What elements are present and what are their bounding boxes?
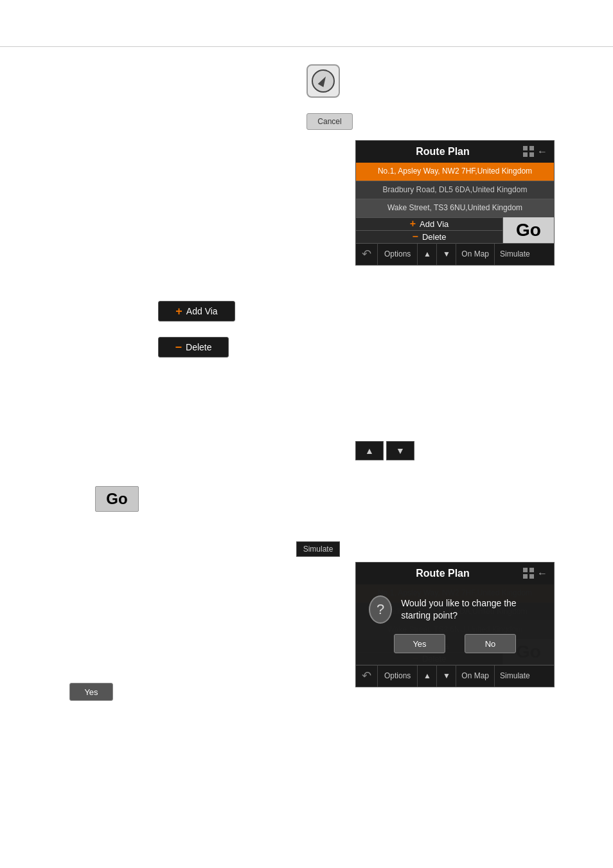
standalone-delete-button[interactable]: − Delete: [158, 337, 229, 357]
route-buttons-left: + Add Via − Delete: [356, 217, 502, 243]
dialog-yes-label: Yes: [413, 639, 426, 649]
route-panel-header: Route Plan ←: [356, 141, 554, 163]
route-panel-1: Route Plan ← No.1, Apsley Way, NW2 7HF,U…: [355, 140, 555, 266]
go-label: Go: [516, 220, 541, 240]
route-item-1[interactable]: Bradbury Road, DL5 6DA,United Kingdom: [356, 181, 554, 199]
nav-logo: [306, 64, 340, 98]
add-via-label: Add Via: [420, 219, 449, 229]
delete-label: Delete: [422, 232, 447, 242]
standalone-add-via-button[interactable]: + Add Via: [158, 301, 235, 321]
dialog-yes-button[interactable]: Yes: [394, 634, 445, 653]
dialog-text: Would you like to change the starting po…: [401, 597, 541, 622]
add-via-plus-icon: +: [410, 218, 416, 230]
standalone-yes-label: Yes: [84, 687, 98, 697]
toolbar-onmap-button[interactable]: On Map: [456, 244, 495, 265]
route-item-2-address: Wake Street, TS3 6NU,United Kingdom: [387, 203, 522, 212]
toolbar-simulate-button[interactable]: Simulate: [495, 244, 535, 265]
toolbar-2-options-label: Options: [384, 671, 411, 680]
toolbar-arrow-up-button[interactable]: ▲: [418, 243, 437, 265]
nav-logo-inner: [312, 69, 335, 93]
toolbar-options-button[interactable]: Options: [378, 244, 418, 265]
standalone-plus-icon: +: [175, 305, 182, 318]
toolbar-arrow-down-button[interactable]: ▼: [437, 243, 456, 265]
delete-minus-icon: −: [413, 231, 418, 242]
toolbar-2-onmap-button[interactable]: On Map: [456, 665, 495, 687]
standalone-add-via-label: Add Via: [186, 306, 218, 316]
go-button[interactable]: Go: [502, 217, 554, 243]
toolbar-simulate-label: Simulate: [500, 249, 530, 258]
add-via-button[interactable]: + Add Via: [356, 217, 502, 230]
toolbar-2-options-button[interactable]: Options: [378, 665, 418, 687]
dialog-question-icon: ?: [369, 595, 392, 624]
toolbar-2-arrow-down-button[interactable]: ▼: [437, 665, 456, 687]
toolbar-2-simulate-label: Simulate: [500, 671, 530, 680]
standalone-go-button[interactable]: Go: [95, 486, 139, 512]
standalone-simulate-label: Simulate: [303, 545, 333, 554]
toolbar-2-back-button[interactable]: ↶: [356, 665, 378, 687]
route-panel-2-header: Route Plan ←: [356, 563, 554, 584]
standalone-delete-label: Delete: [186, 342, 211, 352]
route-item-2[interactable]: Wake Street, TS3 6NU,United Kingdom: [356, 199, 554, 217]
toolbar-onmap-label: On Map: [461, 249, 489, 258]
standalone-arrow-up-button[interactable]: ▲: [355, 441, 384, 460]
route-panel-2-toolbar: ↶ Options ▲ ▼ On Map Simulate: [356, 665, 554, 687]
cancel-button[interactable]: Cancel: [306, 113, 353, 130]
toolbar-2-simulate-button[interactable]: Simulate: [495, 665, 535, 687]
standalone-arrows: ▲ ▼: [355, 441, 414, 460]
top-divider: [0, 46, 613, 47]
toolbar-2-arrow-up-button[interactable]: ▲: [418, 665, 437, 687]
toolbar-back-button[interactable]: ↶: [356, 243, 378, 265]
standalone-minus-icon: −: [175, 341, 182, 354]
back-arrow-icon[interactable]: ←: [537, 146, 547, 158]
dialog-overlay: ? Would you like to change the starting …: [356, 584, 554, 665]
standalone-go-label: Go: [106, 490, 127, 508]
toolbar-2-onmap-label: On Map: [461, 671, 489, 680]
grid-icon-2[interactable]: [523, 568, 535, 579]
toolbar-options-label: Options: [384, 249, 411, 258]
route-panel-title: Route Plan: [362, 146, 523, 158]
dialog-content: ? Would you like to change the starting …: [369, 595, 541, 624]
route-item-0[interactable]: No.1, Apsley Way, NW2 7HF,United Kingdom: [356, 163, 554, 181]
cancel-label: Cancel: [317, 117, 341, 126]
grid-icon[interactable]: [523, 146, 535, 158]
route-panel-2-title: Route Plan: [362, 568, 523, 579]
delete-button[interactable]: − Delete: [356, 230, 502, 243]
nav-logo-needle: [318, 75, 329, 87]
route-panel-2-header-icons: ←: [523, 568, 547, 579]
route-panel-2: Route Plan ← No.1, Apsley Way, NW2 7HF,U…: [355, 562, 555, 687]
dialog-buttons: Yes No: [394, 634, 516, 653]
standalone-yes-button[interactable]: Yes: [69, 683, 113, 701]
route-panel-header-icons: ←: [523, 146, 547, 158]
standalone-arrow-down-button[interactable]: ▼: [386, 441, 414, 460]
route-buttons-row: + Add Via − Delete Go: [356, 217, 554, 243]
standalone-simulate-button[interactable]: Simulate: [296, 541, 340, 557]
dialog-no-button[interactable]: No: [465, 634, 516, 653]
route-item-1-address: Bradbury Road, DL5 6DA,United Kingdom: [383, 185, 528, 194]
dialog-no-label: No: [485, 639, 496, 649]
route-toolbar: ↶ Options ▲ ▼ On Map Simulate: [356, 243, 554, 265]
route-item-0-address: No.1, Apsley Way, NW2 7HF,United Kingdom: [378, 167, 532, 176]
back-arrow-icon-2[interactable]: ←: [537, 568, 547, 579]
